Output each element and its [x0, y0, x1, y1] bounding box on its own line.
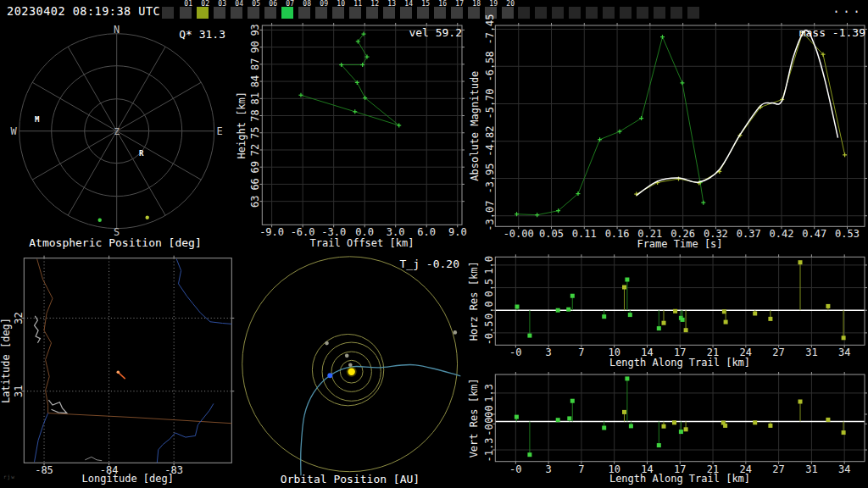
frame-box-02[interactable] [197, 7, 209, 19]
frame-box-03[interactable] [214, 7, 225, 19]
earth-marker [327, 373, 332, 378]
lightcurve-x-axis-label: Frame Time [s] [637, 238, 722, 250]
svg-text:3: 3 [545, 463, 551, 475]
frame-box-extra[interactable] [586, 7, 598, 19]
planet-venus [345, 354, 349, 358]
sky-panel-title: Atmospheric Position [deg] [29, 236, 202, 249]
vert-res-y-axis-label: Vert Res [km] [468, 378, 480, 458]
frame-box-label-14: 14 [400, 0, 413, 8]
tisserand-stat: T_j -0.20 [400, 258, 459, 270]
trail-offset-chart: -9.0-6.0-3.00.03.06.09.06366697275788184… [249, 23, 467, 238]
frame-box-label-08: 08 [298, 0, 311, 8]
svg-text:0.11: 0.11 [572, 228, 597, 240]
frame-box-09[interactable] [315, 7, 327, 19]
frame-box-extra[interactable] [603, 7, 615, 19]
meteoroid-orbit [301, 364, 461, 475]
sun-marker [348, 369, 355, 375]
trail-offset-panel: -9.0-6.0-3.00.03.06.09.06366697275788184… [237, 24, 466, 252]
frame-box-label-01: 01 [180, 0, 192, 8]
svg-text:31: 31 [805, 347, 817, 358]
frame-box-extra[interactable] [518, 7, 530, 19]
orbit-panel-title: Orbital Position [AU] [281, 473, 420, 485]
svg-text:-0.5: -0.5 [483, 320, 495, 345]
svg-text:0.0: 0.0 [483, 301, 495, 319]
frame-box-06[interactable] [264, 7, 276, 19]
frame-box-label-17: 17 [451, 0, 464, 8]
frame-box-label-03: 03 [214, 0, 226, 8]
frame-box-16[interactable] [434, 7, 446, 19]
ground-map-chart: -85-84-833132 [13, 256, 234, 477]
utc-timestamp: 20230402 08:19:38 UTC [7, 4, 160, 18]
svg-text:1.3: 1.3 [483, 384, 495, 402]
svg-text:-7.45: -7.45 [484, 14, 496, 44]
frame-box-extra[interactable] [535, 7, 547, 19]
frame-box-01[interactable] [180, 7, 192, 19]
overflow-menu-icon[interactable]: ... [832, 1, 863, 16]
frame-box-extra[interactable] [637, 7, 648, 19]
frame-box-14[interactable] [400, 7, 412, 19]
frame-box-extra[interactable] [654, 7, 665, 19]
svg-text:0.5: 0.5 [483, 279, 495, 297]
compass-east-label: E [216, 125, 222, 137]
frame-box-10[interactable] [332, 7, 344, 19]
svg-text:90: 90 [249, 41, 261, 53]
svg-text:27: 27 [772, 347, 784, 358]
svg-text:-4.82: -4.82 [484, 126, 496, 157]
frame-box-18[interactable] [468, 7, 480, 19]
lightcurve-chart: -0.000.050.110.160.210.260.320.370.420.4… [484, 14, 867, 240]
svg-text:34: 34 [838, 347, 850, 358]
svg-text:3: 3 [545, 347, 551, 358]
frame-box-label-19: 19 [485, 0, 498, 8]
frame-box-extra[interactable] [620, 7, 632, 19]
atmospheric-position-panel: MR N S W E Z Q* 31.3 Atmospheric Positio… [0, 24, 237, 252]
frame-box-05[interactable] [248, 7, 259, 19]
frame-box-extra[interactable] [552, 7, 564, 19]
river-south [35, 413, 48, 463]
trail-y-axis-label: Height [km] [236, 92, 248, 158]
frame-box-04[interactable] [231, 7, 242, 19]
svg-text:0.37: 0.37 [737, 228, 761, 240]
frame-box-extra[interactable] [687, 7, 699, 19]
frame-box-label-20: 20 [502, 0, 515, 8]
frame-box-label-07: 07 [281, 0, 294, 8]
svg-text:-85: -85 [35, 464, 53, 476]
svg-text:9.0: 9.0 [448, 226, 467, 238]
ground-map-panel: -85-84-833132 Longitude [deg] Latitude [… [0, 252, 237, 488]
residuals-panel: -03710141721242731341.00.50.0-0.5 Length… [466, 252, 868, 488]
frame-box-08[interactable] [298, 7, 310, 19]
frame-box-07[interactable] [281, 7, 293, 19]
zenith-label: Z [114, 126, 120, 137]
frame-box-label-02: 02 [197, 0, 209, 8]
svg-text:0.05: 0.05 [539, 228, 564, 240]
svg-text:6.0: 6.0 [417, 226, 436, 238]
svg-text:66: 66 [249, 178, 261, 190]
svg-text:0.42: 0.42 [770, 228, 794, 240]
svg-text:78: 78 [249, 109, 261, 121]
state-border-south [48, 413, 232, 424]
svg-text:-5.70: -5.70 [484, 88, 496, 119]
svg-text:27: 27 [772, 463, 784, 475]
svg-text:0.16: 0.16 [605, 228, 630, 240]
frame-box-label-11: 11 [349, 0, 362, 8]
frame-box-13[interactable] [383, 7, 395, 19]
svg-text:R: R [139, 149, 144, 158]
frame-box-11[interactable] [349, 7, 361, 19]
frame-box-12[interactable] [366, 7, 378, 19]
frame-box-leading[interactable] [162, 7, 174, 19]
planet-jupiter [453, 330, 458, 335]
frame-box-label-04: 04 [231, 0, 243, 8]
frame-box-15[interactable] [417, 7, 429, 19]
horizontal-residuals-chart: -03710141721242731341.00.50.0-0.5 [483, 254, 867, 358]
frame-box-extra[interactable] [670, 7, 682, 19]
map-y-axis-label: Latitude [deg] [0, 318, 12, 403]
horz-res-x-axis-label: Length Along Trail [km] [609, 357, 750, 369]
svg-text:0.53: 0.53 [835, 228, 860, 240]
planet-mars [325, 341, 329, 346]
frame-box-17[interactable] [451, 7, 463, 19]
frame-box-extra[interactable] [569, 7, 581, 19]
svg-text:-0: -0 [509, 347, 521, 358]
frame-box-label-12: 12 [366, 0, 379, 8]
svg-text:-0.00: -0.00 [504, 228, 534, 240]
frame-box-20[interactable] [502, 7, 514, 19]
svg-text:-1.3: -1.3 [483, 438, 495, 463]
